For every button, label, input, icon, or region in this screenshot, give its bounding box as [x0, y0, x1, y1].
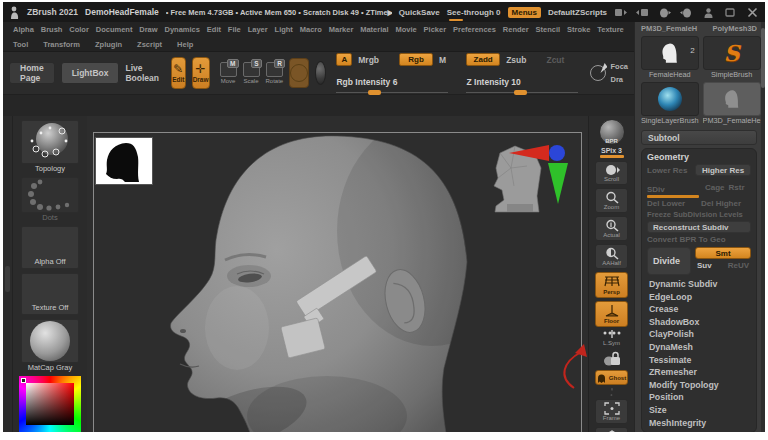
draw-button[interactable]: ✛ Draw	[192, 57, 210, 89]
menu-item[interactable]: Brush	[41, 25, 63, 34]
convert-bpr-button[interactable]: Convert BPR To Geo	[647, 235, 751, 244]
zoom-button[interactable]: Zoom	[595, 188, 628, 213]
live-boolean-toggle[interactable]: Live Boolean	[125, 63, 159, 83]
smt-toggle[interactable]: Smt	[695, 247, 751, 259]
divider-left-icon[interactable]	[614, 7, 627, 18]
reconstruct-subdiv-button[interactable]: Reconstruct Subdiv	[647, 221, 751, 233]
z-intensity-handle[interactable]	[514, 90, 527, 95]
rstr-button[interactable]: Rstr	[729, 183, 745, 192]
scroll-button[interactable]: Scroll	[595, 161, 628, 185]
zcut-toggle[interactable]: Zcut	[546, 55, 564, 65]
m-toggle[interactable]: M	[439, 55, 446, 65]
edit-button[interactable]: ✎ Edit	[171, 57, 186, 89]
lower-res-button[interactable]: Lower Res	[647, 166, 691, 175]
menu-item[interactable]: Color	[69, 25, 89, 34]
rgb-intensity-slider[interactable]: Rgb Intensity 6	[336, 71, 448, 93]
rgb-intensity-handle[interactable]	[368, 90, 381, 95]
rotate-button[interactable]: R Rotate	[266, 62, 284, 84]
focal-shift-icon[interactable]	[590, 65, 606, 81]
cage-button[interactable]: Cage	[705, 183, 725, 192]
actual-size-button[interactable]: Actual	[595, 216, 628, 241]
menu-item[interactable]: Movie	[395, 25, 416, 34]
menu-item[interactable]: Zscript	[137, 40, 162, 49]
sculptris-pro-button[interactable]	[289, 58, 309, 88]
menu-item[interactable]: Material	[360, 25, 388, 34]
geometry-subsection[interactable]: DynaMesh	[647, 341, 751, 354]
stroke-dots[interactable]: Dots	[21, 177, 79, 222]
canvas-viewport[interactable]	[87, 116, 588, 432]
spix-slider-bar[interactable]	[600, 155, 624, 158]
menu-item[interactable]: Edit	[207, 25, 221, 34]
color-picker-icon[interactable]	[19, 376, 81, 432]
matcap-gray-button[interactable]: MatCap Gray	[21, 319, 79, 372]
menus-toggle[interactable]: Menus	[508, 7, 541, 18]
geometry-subsection[interactable]: Modify Topology	[647, 379, 751, 392]
ghost-button[interactable]: Ghost	[595, 370, 628, 385]
menu-item[interactable]: Stencil	[536, 25, 561, 34]
freeze-subdivision-button[interactable]: Freeze SubDivision Levels	[647, 210, 751, 219]
divide-button[interactable]: Divide	[647, 247, 691, 275]
menu-item[interactable]: Picker	[424, 25, 447, 34]
aahalf-button[interactable]: AAHalf	[595, 244, 628, 269]
menu-item[interactable]: Document	[96, 25, 133, 34]
menu-item[interactable]: Draw	[139, 25, 157, 34]
draw-size-label[interactable]: Dra	[610, 75, 628, 84]
sdiv-slider-bar[interactable]	[647, 195, 699, 198]
subtool-section-header[interactable]: Subtool	[641, 130, 757, 145]
alpha-preview-thumbnail[interactable]	[96, 138, 152, 184]
local-symmetry-button[interactable]: L.Sym	[602, 330, 622, 346]
menu-item[interactable]: Tool	[13, 40, 28, 49]
geometry-header[interactable]: Geometry	[647, 151, 751, 164]
menu-item[interactable]: File	[228, 25, 241, 34]
sculpt-scene[interactable]	[87, 116, 588, 432]
zsub-toggle[interactable]: Zsub	[506, 55, 526, 65]
move-button[interactable]: M Move	[220, 62, 237, 84]
texture-off-button[interactable]: Texture Off	[21, 273, 79, 316]
hand-left-icon[interactable]	[658, 7, 671, 18]
menu-item[interactable]: Render	[503, 25, 529, 34]
menu-item[interactable]: Help	[177, 40, 193, 49]
menu-item[interactable]: Marker	[329, 25, 354, 34]
quicksave-button[interactable]: QuickSave	[399, 8, 440, 17]
reuv-button[interactable]: ReUV	[728, 261, 749, 270]
default-zscripts-button[interactable]: DefaultZScripts	[548, 8, 607, 17]
zadd-toggle[interactable]: Zadd	[466, 53, 500, 66]
geometry-subsection[interactable]: MeshIntegrity	[647, 417, 751, 430]
floor-button[interactable]: Floor	[595, 301, 628, 327]
menu-item[interactable]: Dynamics	[165, 25, 200, 34]
dynamic-sphere-icon[interactable]	[315, 61, 326, 85]
focal-shift-label[interactable]: Foca	[610, 62, 628, 71]
divider-right-icon[interactable]	[636, 7, 649, 18]
geometry-subsection[interactable]: Size	[647, 404, 751, 417]
panel-scrollbar-thumb[interactable]	[761, 28, 765, 88]
tool-simplebrush[interactable]: S	[703, 36, 761, 70]
menu-item[interactable]: Alpha	[13, 25, 34, 34]
home-page-button[interactable]: Home Page	[9, 62, 55, 84]
gradient-color-picker[interactable]: Gradient	[19, 376, 81, 432]
geometry-subsection[interactable]: Crease	[647, 303, 751, 316]
tool-femalehead[interactable]: 2	[641, 36, 699, 70]
del-lower-button[interactable]: Del Lower	[647, 199, 697, 208]
geometry-subsection[interactable]: Dynamic Subdiv	[647, 278, 751, 291]
close-icon[interactable]	[746, 7, 759, 18]
geometry-subsection[interactable]: Tessimate	[647, 354, 751, 367]
geometry-subsection[interactable]: ZRemesher	[647, 366, 751, 379]
geometry-subsection[interactable]: ShadowBox	[647, 316, 751, 329]
menu-item[interactable]: Zplugin	[95, 40, 122, 49]
alpha-off-button[interactable]: Alpha Off	[21, 226, 79, 269]
tool-singlelayerbrush[interactable]	[641, 82, 699, 116]
menu-item[interactable]: Texture	[597, 25, 624, 34]
restore-window-icon[interactable]	[724, 7, 737, 18]
frame-button[interactable]: Frame	[595, 399, 628, 424]
lightbox-button[interactable]: LightBox	[61, 62, 120, 84]
hand-right-icon[interactable]	[680, 7, 693, 18]
geometry-subsection[interactable]: Position	[647, 391, 751, 404]
tool-pm3d-femalehead[interactable]	[703, 82, 761, 116]
del-higher-button[interactable]: Del Higher	[701, 199, 751, 208]
menu-item[interactable]: Transform	[43, 40, 80, 49]
geometry-subsection[interactable]: EdgeLoop	[647, 291, 751, 304]
suv-toggle[interactable]: Suv	[697, 261, 712, 270]
current-tool-topology[interactable]: Topology	[21, 120, 79, 173]
see-through-slider[interactable]: See-through 0	[447, 8, 501, 17]
gear-magnifier-icon[interactable]	[606, 394, 617, 397]
